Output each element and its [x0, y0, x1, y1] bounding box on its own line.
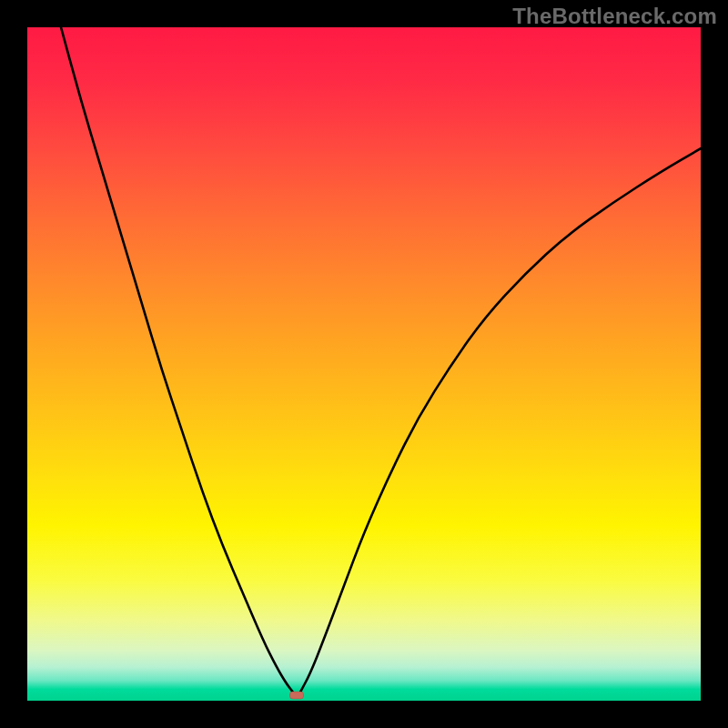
curve-left-branch	[61, 27, 293, 693]
minimum-marker	[290, 692, 304, 699]
curve-svg	[27, 27, 701, 701]
chart-frame: TheBottleneck.com	[0, 0, 728, 728]
curve-right-branch	[300, 148, 701, 693]
watermark-label: TheBottleneck.com	[512, 4, 717, 29]
plot-area	[27, 27, 701, 701]
